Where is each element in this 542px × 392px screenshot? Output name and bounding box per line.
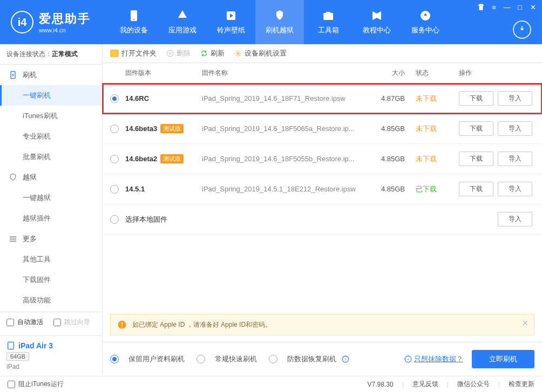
warning-close-button[interactable]: ✕ (522, 319, 529, 327)
firmware-size: 4.87GB (362, 94, 405, 102)
app-header: i4 爱思助手 www.i4.cn 我的设备应用游戏铃声壁纸刷机越狱工具箱教程中… (0, 0, 542, 44)
sidebar-menu: 刷机一键刷机iTunes刷机专业刷机批量刷机越狱一键越狱越狱插件更多其他工具下载… (0, 65, 102, 312)
local-firmware-label: 选择本地固件 (125, 215, 167, 224)
maximize-button[interactable]: □ (514, 2, 526, 12)
import-button[interactable]: 导入 (498, 212, 532, 226)
opt-anti-recovery[interactable]: 防数据恢复刷机 (269, 354, 349, 364)
svg-rect-8 (10, 240, 16, 242)
nav-icon (370, 9, 383, 22)
nav-icon (322, 9, 335, 22)
delete-icon (166, 50, 174, 57)
check-update-link[interactable]: 检查更新 (509, 380, 534, 389)
row-radio[interactable] (110, 94, 119, 103)
firmware-name: iPad_Spring_2019_14.6_18F71_Restore.ipsw (202, 94, 362, 102)
sidebar-item-专业刷机[interactable]: 专业刷机 (0, 126, 102, 147)
svg-point-12 (237, 52, 239, 54)
sidebar-item-高级功能[interactable]: 高级功能 (0, 290, 102, 311)
import-button[interactable]: 导入 (498, 152, 532, 166)
sidebar-item-越狱插件[interactable]: 越狱插件 (0, 208, 102, 229)
device-settings-button[interactable]: 设备刷机设置 (234, 49, 287, 58)
warning-bar: 如已绑定 Apple ID ，请准备好 Apple ID和密码。 ✕ (110, 314, 534, 335)
sidebar-group-刷机[interactable]: 刷机 (0, 65, 102, 85)
import-button[interactable]: 导入 (498, 182, 532, 196)
sidebar-item-其他工具[interactable]: 其他工具 (0, 249, 102, 270)
sidebar-item-iTunes刷机[interactable]: iTunes刷机 (0, 106, 102, 126)
wechat-link[interactable]: 微信公众号 (457, 380, 490, 389)
flash-options: 保留用户资料刷机 常规快速刷机 防数据恢复刷机 只想抹除数据？ 立即刷机 (103, 342, 542, 376)
svg-point-1 (133, 19, 134, 20)
sidebar-group-更多[interactable]: 更多 (0, 229, 102, 249)
nav-icon (273, 9, 286, 22)
firmware-version: 14.6beta2 (125, 155, 157, 163)
warning-text: 如已绑定 Apple ID ，请准备好 Apple ID和密码。 (132, 320, 272, 329)
firmware-version: 14.5.1 (125, 185, 145, 193)
local-firmware-row[interactable]: 选择本地固件导入 (103, 204, 542, 235)
download-button[interactable]: 下载 (459, 91, 493, 106)
main-nav: 我的设备应用游戏铃声壁纸刷机越狱工具箱教程中心服务中心 (110, 0, 450, 44)
open-folder-button[interactable]: 打开文件夹 (110, 49, 157, 58)
firmware-row[interactable]: 14.6beta3测试版iPad_Spring_2019_14.6_18F506… (103, 114, 542, 144)
tshirt-icon[interactable] (475, 2, 487, 12)
block-itunes-checkbox[interactable] (8, 381, 15, 388)
nav-2[interactable]: 铃声壁纸 (207, 0, 255, 44)
close-button[interactable]: ✕ (527, 2, 539, 12)
download-button[interactable]: 下载 (459, 121, 493, 136)
firmware-row[interactable]: 14.6beta2测试版iPad_Spring_2019_14.6_18F505… (103, 144, 542, 174)
row-radio[interactable] (110, 185, 119, 194)
auto-activate-checkbox[interactable] (6, 319, 14, 326)
minimize-button[interactable]: — (501, 2, 513, 12)
skip-wizard-label: 跳过向导 (64, 318, 90, 327)
refresh-button[interactable]: 刷新 (200, 49, 225, 58)
nav-icon (127, 9, 140, 22)
row-radio[interactable] (110, 125, 119, 133)
nav-6[interactable]: 服务中心 (401, 0, 450, 44)
device-status: 设备连接状态：正常模式 (0, 44, 102, 65)
sidebar-item-一键越狱[interactable]: 一键越狱 (0, 188, 102, 208)
footer: 阻止iTunes运行 V7.98.30| 意见反馈| 微信公众号| 检查更新 (0, 376, 542, 392)
info-icon[interactable] (342, 355, 349, 363)
firmware-row[interactable]: 14.5.1iPad_Spring_2019_14.5.1_18E212_Res… (103, 174, 542, 204)
nav-icon (419, 9, 432, 22)
nav-5[interactable]: 教程中心 (353, 0, 401, 44)
nav-0[interactable]: 我的设备 (110, 0, 158, 44)
sync-button[interactable] (513, 20, 531, 39)
sidebar-options: 自动激活 跳过向导 (0, 312, 102, 335)
firmware-row[interactable]: 14.6RCiPad_Spring_2019_14.6_18F71_Restor… (103, 84, 542, 114)
firmware-status: 未下载 (405, 124, 448, 134)
download-button[interactable]: 下载 (459, 152, 493, 166)
device-name[interactable]: iPad Air 3 (18, 341, 53, 350)
nav-4[interactable]: 工具箱 (304, 0, 353, 44)
row-radio[interactable] (110, 155, 119, 163)
device-capacity: 64GB (6, 352, 29, 361)
svg-point-10 (10, 348, 11, 348)
skip-wizard-checkbox[interactable] (53, 319, 61, 326)
beta-badge: 测试版 (160, 124, 184, 133)
firmware-name: iPad_Spring_2019_14.6_18F5055b_Restore.i… (202, 155, 362, 163)
delete-button[interactable]: 删除 (166, 49, 191, 58)
col-version: 固件版本 (110, 68, 202, 78)
app-logo: i4 爱思助手 www.i4.cn (0, 11, 101, 33)
opt-keep-data[interactable]: 保留用户资料刷机 (110, 354, 185, 364)
firmware-name: iPad_Spring_2019_14.6_18F5065a_Restore.i… (202, 125, 362, 133)
sidebar-item-下载固件[interactable]: 下载固件 (0, 270, 102, 290)
refresh-icon (200, 50, 208, 57)
flash-now-button[interactable]: 立即刷机 (472, 350, 534, 368)
sidebar-group-越狱[interactable]: 越狱 (0, 167, 102, 188)
col-status: 状态 (405, 68, 448, 78)
download-button[interactable]: 下载 (459, 182, 493, 196)
erase-data-link[interactable]: 只想抹除数据？ (414, 354, 463, 364)
flash-icon (9, 71, 17, 79)
opt-normal-flash[interactable]: 常规快速刷机 (197, 354, 257, 364)
nav-1[interactable]: 应用游戏 (158, 0, 207, 44)
row-radio[interactable] (110, 215, 119, 224)
nav-3[interactable]: 刷机越狱 (255, 0, 304, 44)
feedback-link[interactable]: 意见反馈 (412, 380, 438, 389)
beta-badge: 测试版 (160, 154, 184, 163)
svg-rect-6 (10, 236, 16, 237)
col-size: 大小 (362, 68, 405, 78)
sidebar-item-批量刷机[interactable]: 批量刷机 (0, 147, 102, 167)
menu-icon[interactable]: ≡ (488, 2, 500, 12)
import-button[interactable]: 导入 (498, 91, 532, 106)
import-button[interactable]: 导入 (498, 121, 532, 136)
sidebar-item-一键刷机[interactable]: 一键刷机 (0, 85, 102, 106)
